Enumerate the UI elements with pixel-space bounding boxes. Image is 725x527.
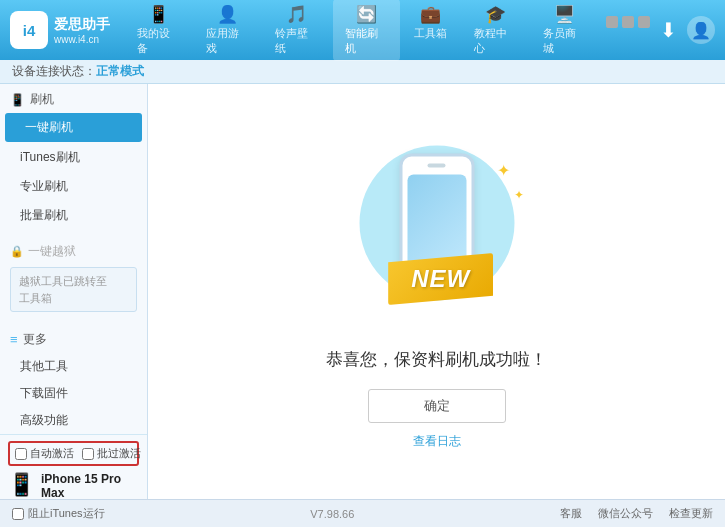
nav-app-games[interactable]: 👤 应用游戏 xyxy=(194,0,261,61)
nav-smart-flash[interactable]: 🔄 智能刷机 xyxy=(333,0,400,61)
sparkle-top-right: ✦ xyxy=(497,161,510,180)
lock-icon: 🔒 xyxy=(10,245,24,258)
flash-header-label: 刷机 xyxy=(30,91,54,108)
footer: 阻止iTunes运行 V7.98.66 客服 微信公众号 检查更新 xyxy=(0,499,725,527)
jailbreak-notice: 越狱工具已跳转至工具箱 xyxy=(10,267,137,312)
footer-left: 阻止iTunes运行 xyxy=(12,506,105,521)
footer-link-wechat[interactable]: 微信公众号 xyxy=(598,506,653,521)
new-badge-text: NEW xyxy=(411,265,470,293)
sidebar-item-itunes[interactable]: iTunes刷机 xyxy=(0,143,147,172)
version-label: V7.98.66 xyxy=(310,508,354,520)
itunes-block-label: 阻止iTunes运行 xyxy=(28,506,105,521)
minimize-btn[interactable] xyxy=(606,16,618,28)
nav-toolbox-label: 工具箱 xyxy=(414,26,447,41)
footer-right: 客服 微信公众号 检查更新 xyxy=(560,506,713,521)
logo-char: i4 xyxy=(23,22,36,39)
sidebar-item-one-click[interactable]: 一键刷机 xyxy=(5,113,142,142)
nav-toolbox[interactable]: 💼 工具箱 xyxy=(402,0,460,61)
sidebar-jailbreak-header: 🔒 一键越狱 xyxy=(0,238,147,265)
header-right: ⬇ 👤 xyxy=(606,12,715,48)
nav-smart-flash-label: 智能刷机 xyxy=(345,26,388,56)
more-label: 更多 xyxy=(23,331,47,348)
nav-ringtone-label: 铃声壁纸 xyxy=(275,26,318,56)
sidebar-item-advanced[interactable]: 高级功能 xyxy=(0,407,147,434)
app-name: 爱思助手 xyxy=(54,16,110,34)
phone-screen xyxy=(407,175,466,270)
confirm-button[interactable]: 确定 xyxy=(368,389,506,423)
header: i4 爱思助手 www.i4.cn 📱 我的设备 👤 应用游戏 🎵 铃声壁纸 🔄… xyxy=(0,0,725,60)
device-details: iPhone 15 Pro Max 512GB iPhone xyxy=(41,472,139,499)
nav-toolbox-icon: 💼 xyxy=(420,4,441,25)
auto-activate-checkbox[interactable] xyxy=(15,448,27,460)
sidebar-item-batch[interactable]: 批量刷机 xyxy=(0,201,147,230)
device-info-row: 📱 iPhone 15 Pro Max 512GB iPhone xyxy=(8,472,139,499)
nav-ringtone[interactable]: 🎵 铃声壁纸 xyxy=(263,0,330,61)
nav-app-games-icon: 👤 xyxy=(217,4,238,25)
sidebar-item-other-tools[interactable]: 其他工具 xyxy=(0,353,147,380)
maximize-btn[interactable] xyxy=(622,16,634,28)
nav-service[interactable]: 🖥️ 务员商城 xyxy=(531,0,598,61)
nav-ringtone-icon: 🎵 xyxy=(286,4,307,25)
sidebar-item-download-firmware[interactable]: 下载固件 xyxy=(0,380,147,407)
log-link[interactable]: 查看日志 xyxy=(413,433,461,450)
nav-my-device-icon: 📱 xyxy=(148,4,169,25)
update-activate-checkbox[interactable] xyxy=(82,448,94,460)
footer-link-service[interactable]: 客服 xyxy=(560,506,582,521)
window-controls xyxy=(606,12,650,28)
download-btn[interactable]: ⬇ xyxy=(660,18,677,42)
logo-icon: i4 xyxy=(10,11,48,49)
status-value: 正常模式 xyxy=(96,63,144,80)
app-url: www.i4.cn xyxy=(54,34,110,45)
nav-tutorial-icon: 🎓 xyxy=(485,4,506,25)
flash-header-icon: 📱 xyxy=(10,93,25,107)
update-activate-text: 批过激活 xyxy=(97,446,141,461)
sidebar: 📱 刷机 一键刷机 iTunes刷机 专业刷机 批量刷机 🔒 一键越狱 越狱工具… xyxy=(0,84,148,499)
footer-center: V7.98.66 xyxy=(105,508,560,520)
user-btn[interactable]: 👤 xyxy=(687,16,715,44)
status-prefix: 设备连接状态： xyxy=(12,63,96,80)
footer-link-update[interactable]: 检查更新 xyxy=(669,506,713,521)
content-area: NEW ✦ ✦ 恭喜您，保资料刷机成功啦！ 确定 查看日志 xyxy=(148,84,725,499)
auto-options-row: 自动激活 批过激活 xyxy=(8,441,139,466)
logo-area: i4 爱思助手 www.i4.cn xyxy=(10,11,125,49)
jailbreak-label: 一键越狱 xyxy=(28,243,76,260)
itunes-block-checkbox[interactable] xyxy=(12,508,24,520)
nav-service-icon: 🖥️ xyxy=(554,4,575,25)
update-activate-label[interactable]: 批过激活 xyxy=(82,446,141,461)
sparkle-right: ✦ xyxy=(514,188,524,202)
nav-tutorial-label: 教程中心 xyxy=(474,26,517,56)
device-name: iPhone 15 Pro Max xyxy=(41,472,139,499)
success-illustration: NEW ✦ ✦ xyxy=(332,133,542,333)
device-phone-icon: 📱 xyxy=(8,472,35,498)
nav-service-label: 务员商城 xyxy=(543,26,586,56)
sidebar-more-header: ≡ 更多 xyxy=(0,326,147,353)
nav-smart-flash-icon: 🔄 xyxy=(356,4,377,25)
nav-bar: 📱 我的设备 👤 应用游戏 🎵 铃声壁纸 🔄 智能刷机 💼 工具箱 🎓 教程中心… xyxy=(125,0,598,61)
phone-notch xyxy=(428,164,446,168)
nav-my-device-label: 我的设备 xyxy=(137,26,180,56)
nav-tutorial[interactable]: 🎓 教程中心 xyxy=(462,0,529,61)
device-area: 自动激活 批过激活 📱 iPhone 15 Pro Max 512GB iPho… xyxy=(0,434,147,499)
auto-activate-text: 自动激活 xyxy=(30,446,74,461)
nav-my-device[interactable]: 📱 我的设备 xyxy=(125,0,192,61)
logo-text: 爱思助手 www.i4.cn xyxy=(54,16,110,45)
nav-app-games-label: 应用游戏 xyxy=(206,26,249,56)
sidebar-flash-header: 📱 刷机 xyxy=(0,84,147,112)
auto-activate-label[interactable]: 自动激活 xyxy=(15,446,74,461)
sidebar-item-pro[interactable]: 专业刷机 xyxy=(0,172,147,201)
more-icon: ≡ xyxy=(10,332,18,347)
success-message: 恭喜您，保资料刷机成功啦！ xyxy=(326,348,547,371)
main-body: 📱 刷机 一键刷机 iTunes刷机 专业刷机 批量刷机 🔒 一键越狱 越狱工具… xyxy=(0,84,725,499)
close-btn[interactable] xyxy=(638,16,650,28)
status-bar: 设备连接状态： 正常模式 xyxy=(0,60,725,84)
